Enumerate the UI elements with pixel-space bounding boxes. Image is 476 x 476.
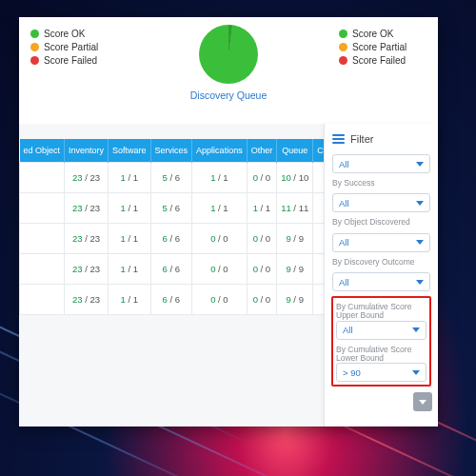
filter-label-upper: By Cumulative Score Upper Bound xyxy=(336,303,426,321)
table-cell: 23 / 23 xyxy=(65,254,109,285)
legend-failed-2: Score Failed xyxy=(339,55,426,66)
score-table: ed ObjectInventorySoftwareServicesApplic… xyxy=(19,139,324,315)
dot-failed-icon xyxy=(339,56,347,65)
table-cell: 23 / 23 xyxy=(65,224,109,254)
table-header-cell[interactable]: Queue xyxy=(277,139,313,163)
highlighted-filter-group: By Cumulative Score Upper Bound All By C… xyxy=(332,297,430,386)
table-cell: 9 / 9 xyxy=(277,285,313,315)
table-cell: 1 / 1 xyxy=(109,193,151,224)
table-cell: 1 / 1 xyxy=(192,193,248,224)
table-cell: 11 / 11 xyxy=(277,193,313,224)
table-cell-score: 93 xyxy=(313,193,324,224)
dot-failed-icon xyxy=(30,56,39,65)
score-table-area: ed ObjectInventorySoftwareServicesApplic… xyxy=(19,124,324,426)
table-cell: 1 / 1 xyxy=(109,224,151,254)
table-cell: 6 / 6 xyxy=(150,254,192,285)
table-cell xyxy=(20,193,65,224)
table-header-cell[interactable]: ed Object xyxy=(20,139,65,163)
table-cell: 0 / 0 xyxy=(192,254,248,285)
table-cell xyxy=(20,254,65,285)
table-cell-score: 93 xyxy=(313,254,324,285)
table-cell: 9 / 9 xyxy=(277,224,313,254)
legend-ok-2: Score OK xyxy=(339,29,426,39)
chevron-down-icon xyxy=(416,240,424,245)
legend-left: Score OK Score Partial Score Failed xyxy=(30,25,118,120)
legend-failed: Score Failed xyxy=(30,55,118,66)
legend-ok-label: Score OK xyxy=(44,29,85,39)
table-row[interactable]: 23 / 231 / 16 / 60 / 00 / 09 / 993 xyxy=(20,224,325,254)
table-header-cell[interactable]: Other xyxy=(247,139,277,163)
chevron-down-icon xyxy=(412,327,420,332)
pie-chart-icon xyxy=(199,25,258,84)
legend-partial-label: Score Partial xyxy=(44,42,98,52)
table-row[interactable]: 23 / 231 / 16 / 60 / 00 / 09 / 993 xyxy=(20,285,325,315)
table-cell: 0 / 0 xyxy=(192,224,248,254)
table-header-cell[interactable]: Services xyxy=(150,139,192,163)
filter-select-upper[interactable]: All xyxy=(336,321,426,340)
legend-failed-label: Score Failed xyxy=(44,55,97,66)
filter-select-lower[interactable]: > 90 xyxy=(336,363,426,382)
table-header-cell[interactable]: Software xyxy=(109,139,151,163)
table-row[interactable]: 23 / 231 / 15 / 61 / 10 / 010 / 1095 xyxy=(20,163,325,193)
filter-label-lower: By Cumulative Score Lower Bound xyxy=(336,346,426,364)
table-cell: 5 / 6 xyxy=(150,193,192,224)
dot-partial-icon xyxy=(30,43,39,51)
table-cell xyxy=(20,285,65,315)
dot-partial-icon xyxy=(339,43,347,51)
table-cell: 9 / 9 xyxy=(277,254,313,285)
filter-header: Filter xyxy=(332,131,430,149)
filter-select-success[interactable]: All xyxy=(332,193,430,212)
filter-select-object[interactable]: All xyxy=(332,233,430,252)
table-cell: 6 / 6 xyxy=(150,224,192,254)
filter-label-object: By Object Discovered xyxy=(332,218,430,227)
table-cell: 10 / 10 xyxy=(277,163,313,193)
table-cell: 0 / 0 xyxy=(247,254,277,285)
table-cell: 6 / 6 xyxy=(150,285,192,315)
table-header-cell[interactable]: Cumulative Score xyxy=(313,139,324,163)
table-cell: 0 / 0 xyxy=(247,285,277,315)
table-cell: 23 / 23 xyxy=(65,193,109,224)
table-cell: 0 / 0 xyxy=(247,224,277,254)
filter-select-top[interactable]: All xyxy=(332,154,430,173)
table-cell: 23 / 23 xyxy=(65,163,109,193)
legend-partial: Score Partial xyxy=(30,42,118,52)
filter-title: Filter xyxy=(350,133,373,145)
pie-chart-block: Discovery Queue xyxy=(135,25,322,120)
table-header-cell[interactable]: Applications xyxy=(192,139,248,163)
dashboard-panel: Score OK Score Partial Score Failed Disc… xyxy=(19,17,438,426)
table-cell: 0 / 0 xyxy=(247,163,277,193)
table-row[interactable]: 23 / 231 / 16 / 60 / 00 / 09 / 993 xyxy=(20,254,325,285)
filter-label-success: By Success xyxy=(332,179,430,188)
table-cell xyxy=(20,224,65,254)
dot-ok-icon xyxy=(30,30,39,38)
table-cell: 1 / 1 xyxy=(109,285,151,315)
legend-right: Score OK Score Partial Score Failed xyxy=(339,25,426,120)
chevron-down-icon xyxy=(416,201,424,206)
table-cell xyxy=(20,163,65,193)
table-cell: 5 / 6 xyxy=(150,163,192,193)
table-cell-score: 93 xyxy=(313,285,324,315)
chevron-down-icon xyxy=(416,162,424,167)
dot-ok-icon xyxy=(339,30,347,38)
table-cell-score: 95 xyxy=(313,163,324,193)
legend-partial-2: Score Partial xyxy=(339,42,426,52)
pie-chart-label: Discovery Queue xyxy=(190,89,268,101)
summary-strip: Score OK Score Partial Score Failed Disc… xyxy=(19,17,438,124)
chevron-down-icon xyxy=(416,280,424,285)
table-cell-score: 93 xyxy=(313,224,324,254)
chevron-down-icon xyxy=(412,370,420,375)
filter-label-outcome: By Discovery Outcome xyxy=(332,258,430,267)
filter-select-outcome[interactable]: All xyxy=(332,272,430,291)
table-body: 23 / 231 / 15 / 61 / 10 / 010 / 109523 /… xyxy=(20,163,325,315)
filter-sidebar: Filter All By Success All By Object Disc… xyxy=(324,124,438,426)
collapse-sidebar-button[interactable] xyxy=(413,392,432,411)
table-header-row: ed ObjectInventorySoftwareServicesApplic… xyxy=(20,139,325,163)
table-cell: 1 / 1 xyxy=(247,193,277,224)
chevron-down-icon xyxy=(419,400,426,405)
table-cell: 1 / 1 xyxy=(109,163,151,193)
table-header-cell[interactable]: Inventory xyxy=(65,139,109,163)
table-row[interactable]: 23 / 231 / 15 / 61 / 11 / 111 / 1193 xyxy=(20,193,325,224)
legend-ok: Score OK xyxy=(30,29,118,39)
table-cell: 1 / 1 xyxy=(192,163,248,193)
table-cell: 0 / 0 xyxy=(192,285,248,315)
